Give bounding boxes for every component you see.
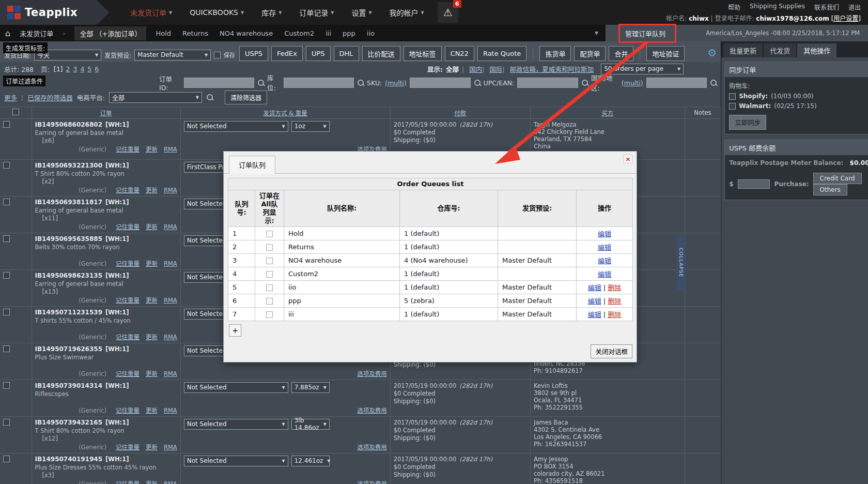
- queue-edit-link[interactable]: 编辑: [598, 257, 611, 265]
- search-icon[interactable]: [257, 79, 264, 86]
- order-action-link[interactable]: 记住重量: [116, 369, 140, 377]
- order-action-link[interactable]: 更新: [146, 296, 158, 304]
- queue-edit-link[interactable]: 编辑: [588, 297, 601, 305]
- options-fees-link[interactable]: 选项及费用: [357, 480, 387, 484]
- save-preset-checkbox[interactable]: [214, 52, 221, 58]
- queue-show-all-checkbox[interactable]: [266, 271, 273, 278]
- order-action-link[interactable]: 记住重量: [116, 222, 140, 231]
- queue-delete-link[interactable]: 删除: [608, 297, 621, 305]
- order-id[interactable]: IB14950739432165: [35, 419, 103, 426]
- queue-tab-no4-warehouse[interactable]: NO4 warehouse: [220, 29, 273, 37]
- order-action-link[interactable]: RMA: [164, 370, 177, 377]
- show-link[interactable]: 国际: [489, 66, 502, 73]
- page-link[interactable]: 6: [95, 65, 99, 73]
- order-id[interactable]: IB14950695635885: [35, 235, 103, 243]
- order-action-link[interactable]: 记住重量: [116, 296, 140, 304]
- order-action-link[interactable]: 更新: [146, 479, 158, 484]
- cart-checkbox[interactable]: [729, 103, 736, 110]
- page-link[interactable]: 5: [87, 65, 91, 73]
- top-link[interactable]: 退出: [848, 3, 861, 11]
- search-icon[interactable]: [581, 79, 588, 86]
- queue-tab-custom2[interactable]: Custom2: [284, 29, 314, 37]
- order-id[interactable]: IB14950686026802: [35, 121, 103, 128]
- sidebar-tab-批量更新[interactable]: 批量更新: [723, 43, 763, 57]
- order-action-link[interactable]: RMA: [164, 444, 177, 451]
- sync-now-button[interactable]: 立即同步: [729, 115, 766, 130]
- order-action-link[interactable]: 更新: [146, 443, 158, 451]
- logo[interactable]: Teapplix: [0, 0, 110, 25]
- sku-multi-link[interactable]: (multi): [385, 79, 407, 87]
- doc-button[interactable]: 配货单: [574, 46, 606, 61]
- menu-我的帐户[interactable]: 我的帐户▼: [390, 7, 424, 18]
- order-action-link[interactable]: 更新: [146, 145, 158, 153]
- options-fees-link[interactable]: 选项及费用: [357, 407, 387, 414]
- sort-order-column[interactable]: 订单: [100, 110, 112, 117]
- menu-设置[interactable]: 设置▼: [351, 7, 371, 18]
- page-link[interactable]: 4: [80, 65, 84, 73]
- menu-QUICKBOOKS[interactable]: QUICKBOOKS▼: [190, 8, 244, 17]
- bin-input[interactable]: [284, 78, 354, 88]
- menu-库存[interactable]: 库存▼: [261, 7, 282, 18]
- postage-amount-input[interactable]: [738, 179, 770, 189]
- top-link[interactable]: Shipping Supplies: [750, 3, 805, 11]
- order-id[interactable]: IB14950739014314: [35, 382, 103, 389]
- order-action-link[interactable]: 记住重量: [116, 259, 140, 267]
- ship-method-select[interactable]: Not Selected▼: [184, 456, 288, 466]
- order-id[interactable]: IB14950719626355: [35, 345, 103, 353]
- row-select-checkbox[interactable]: [3, 345, 10, 352]
- saved-filters-link[interactable]: 已保存的筛选器: [27, 93, 73, 102]
- order-action-link[interactable]: RMA: [164, 223, 177, 231]
- ship-method-select[interactable]: Not Selected▼: [184, 382, 288, 393]
- purchase-button-credit-card[interactable]: Credit Card: [813, 173, 862, 184]
- address-verify-button[interactable]: 地址验证: [646, 46, 685, 61]
- show-link[interactable]: 邮政信箱，夏威夷和阿拉斯加: [510, 66, 594, 73]
- sidebar-collapse-tab[interactable]: COLLAPSE: [676, 235, 686, 290]
- ship-method-select[interactable]: Not Selected▼: [184, 419, 288, 430]
- carrier-button-dhl[interactable]: DHL: [334, 46, 359, 61]
- menu-订单记录[interactable]: 订单记录▼: [299, 7, 334, 18]
- options-fees-link[interactable]: 选项及费用: [357, 444, 387, 451]
- row-select-checkbox[interactable]: [3, 272, 10, 279]
- clear-filters-button[interactable]: 清除筛选器: [225, 90, 267, 104]
- weight-select[interactable]: 12.461oz▼: [291, 456, 330, 466]
- tabs-overflow-caret-icon[interactable]: ▼: [595, 31, 598, 36]
- queue-edit-link[interactable]: 编辑: [588, 311, 601, 319]
- queue-delete-link[interactable]: 删除: [608, 284, 621, 292]
- upc-input[interactable]: [517, 78, 578, 88]
- menu-未发货订单[interactable]: 未发货订单▼: [130, 7, 172, 18]
- alerts-button[interactable]: ⚠ 6: [438, 2, 458, 23]
- queue-show-all-checkbox[interactable]: [266, 258, 273, 264]
- sidebar-tab-其他操作[interactable]: 其他操作: [797, 43, 836, 57]
- queue-edit-link[interactable]: 编辑: [588, 284, 601, 292]
- page-link[interactable]: 2: [66, 65, 70, 73]
- order-action-link[interactable]: RMA: [164, 407, 177, 414]
- order-action-link[interactable]: 记住重量: [116, 479, 140, 484]
- cart-checkbox[interactable]: [729, 93, 736, 100]
- queue-show-all-checkbox[interactable]: [266, 244, 273, 251]
- sort-ship-column[interactable]: 发货方式 & 重量: [264, 110, 307, 117]
- breadcrumb[interactable]: 未发货订单: [20, 28, 53, 38]
- search-icon[interactable]: [474, 79, 481, 86]
- carrier-button-ups[interactable]: UPS: [306, 46, 331, 61]
- queue-tab-iii[interactable]: iii: [326, 29, 331, 37]
- order-action-link[interactable]: RMA: [164, 260, 177, 267]
- queue-edit-link[interactable]: 编辑: [598, 230, 611, 238]
- row-select-checkbox[interactable]: [3, 419, 10, 426]
- carrier-button-rate-quote[interactable]: Rate Quote: [477, 46, 526, 61]
- row-select-checkbox[interactable]: [3, 199, 10, 205]
- queue-edit-link[interactable]: 编辑: [598, 270, 611, 278]
- order-action-link[interactable]: RMA: [164, 146, 177, 153]
- weight-select[interactable]: 3lb 14.86oz▼: [291, 419, 330, 430]
- row-select-checkbox[interactable]: [3, 162, 10, 169]
- order-action-link[interactable]: 记住重量: [116, 145, 140, 153]
- page-link[interactable]: 3: [73, 65, 77, 73]
- order-id[interactable]: IB14950693811817: [35, 199, 103, 206]
- gear-icon[interactable]: ⚙: [707, 47, 717, 59]
- order-action-link[interactable]: 更新: [146, 369, 158, 377]
- order-action-link[interactable]: RMA: [164, 187, 177, 194]
- sort-buyer-column[interactable]: 买方: [601, 110, 613, 117]
- order-action-link[interactable]: RMA: [164, 297, 177, 304]
- order-action-link[interactable]: 更新: [146, 259, 158, 267]
- row-select-checkbox[interactable]: [3, 382, 10, 389]
- order-id[interactable]: IB14950698623135: [35, 272, 103, 279]
